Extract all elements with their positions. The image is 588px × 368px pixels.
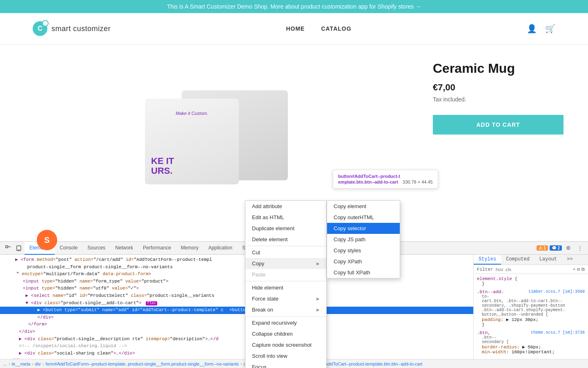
context-menu: Add attribute Edit as HTML Duplicate ele… — [245, 200, 327, 368]
html-line-selected: ▶ <button type="submit" name="add" id="A… — [0, 307, 473, 314]
ctx-capture-screenshot[interactable]: Capture node screenshot — [245, 339, 326, 350]
tab-network[interactable]: Network — [110, 242, 138, 255]
html-line: <input type="hidden" name="utf8" value="… — [0, 285, 473, 292]
ctx-delete-element[interactable]: Delete element — [245, 234, 326, 245]
add-to-cart-button[interactable]: ADD TO CART — [433, 115, 564, 135]
device-icon[interactable] — [14, 243, 24, 253]
ctx-copy-arrow: ▶ — [316, 261, 320, 266]
elements-panel: ▶ <form method="post" action="/cart/add"… — [0, 255, 474, 359]
tax-text: Tax included. — [433, 96, 564, 103]
copy-js-path[interactable]: Copy JS path — [327, 234, 400, 245]
ctx-edit-as-html[interactable]: Edit as HTML — [245, 212, 326, 223]
ctx-cut[interactable]: Cut — [245, 247, 326, 258]
copy-xpath[interactable]: Copy XPath — [327, 256, 400, 267]
styles-tabs: Styles Computed Layout >> — [474, 255, 588, 265]
html-line: ▶ <form method="post" action="/cart/add"… — [0, 256, 473, 264]
nav-icons: 👤 🛒 — [527, 24, 555, 34]
devtools-tab-right: ⚠ 1 💬 2 ⚙ ⋮ — [537, 243, 585, 253]
nav-links: HOME CATALOG — [286, 25, 351, 32]
ctx-force-state[interactable]: Force state ▶ — [245, 293, 326, 304]
product-title: Ceramic Mug — [433, 61, 564, 76]
html-line: </div> — [0, 328, 473, 336]
error-badge: 💬 2 — [550, 245, 562, 251]
logo[interactable]: C smart customizer — [33, 21, 111, 36]
copy-element[interactable]: Copy element — [327, 201, 400, 212]
css-rule-element: element.style { } — [474, 276, 588, 287]
tab-layout[interactable]: Layout — [535, 255, 562, 265]
html-line: </form> — [0, 321, 473, 328]
filter-input[interactable] — [495, 267, 571, 272]
ctx-focus[interactable]: Focus — [245, 361, 326, 368]
ctx-collapse-children[interactable]: Collapse children — [245, 328, 326, 339]
more-icon[interactable]: ⋮ — [575, 243, 585, 253]
tab-styles[interactable]: Styles — [474, 255, 501, 265]
tab-sources[interactable]: Sources — [82, 242, 110, 255]
copy-selector[interactable]: Copy selector — [327, 223, 400, 234]
navbar: C smart customizer HOME CATALOG 👤 🛒 — [0, 13, 588, 45]
tab-more-styles[interactable]: >> — [562, 255, 577, 265]
html-line: ▶ <div class="social-sharing clean">…</d… — [0, 350, 473, 357]
ctx-force-state-arrow: ▶ — [316, 296, 320, 301]
tooltip-size: 330.78 × 44.45 — [403, 180, 433, 184]
breadcrumb-div[interactable]: div — [35, 361, 41, 366]
html-line: " enctype="multipart/form-data" data-pro… — [0, 271, 473, 278]
add-style-icon[interactable]: + — [573, 267, 576, 272]
styles-content: element.style { } .btn--add- timber.scss… — [474, 274, 588, 359]
html-line: product-single__form product-single__for… — [0, 264, 473, 271]
toggle-icon[interactable]: ⊟ — [577, 267, 580, 272]
top-banner: This is A Smart Customizer Demo Shop. Mo… — [0, 0, 588, 13]
css-rule-btn-add: .btn--add- timber.scss…? [sm]:3500 to- c… — [474, 289, 588, 328]
ctx-expand-recursively[interactable]: Expand recursively — [245, 317, 326, 328]
ctx-scroll-into-view[interactable]: Scroll into view — [245, 350, 326, 361]
copy-submenu: Copy element Copy outerHTML Copy selecto… — [327, 200, 400, 278]
breadcrumb-le-meta[interactable]: le__meta — [12, 361, 30, 366]
tab-console[interactable]: Console — [55, 242, 82, 255]
styles-panel: Styles Computed Layout >> Filter + ⊟ ⧉ e… — [474, 255, 588, 359]
nav-home[interactable]: HOME — [286, 25, 305, 32]
copy-full-xpath[interactable]: Copy full XPath — [327, 267, 400, 278]
html-line: ▶ <select name="id" id="ProductSelect" c… — [0, 292, 473, 300]
tab-memory[interactable]: Memory — [176, 242, 203, 255]
cart-icon[interactable]: 🛒 — [545, 24, 555, 34]
html-line: </div> — [0, 314, 473, 321]
html-line: <!-- /snippets/social-sharing.liquid --> — [0, 343, 473, 350]
breadcrumb-button[interactable]: button#AddToCart--product-template.btn.b… — [310, 361, 423, 366]
logo-icon: C — [33, 21, 47, 36]
html-line: <input type="hidden" name="form_type" va… — [0, 278, 473, 285]
tooltip-selector: button#AddToCart--product-template.btn.b… — [338, 174, 400, 184]
shopify-badge: S — [37, 230, 57, 250]
product-info: Ceramic Mug €7,00 Tax included. ADD TO C… — [425, 45, 588, 230]
ctx-copy[interactable]: Copy ▶ — [245, 258, 326, 269]
logo-text: smart customizer — [51, 25, 111, 33]
css-rule-btn: .btn, theme.scss…? [sm]:3736 .btn-- seco… — [474, 330, 588, 355]
inspect-icon[interactable] — [3, 243, 13, 253]
mug-area: MAKE ITYOURS. Make it Custom. KE ITURS. — [120, 86, 304, 188]
copy-styles[interactable]: Copy styles — [327, 245, 400, 256]
ctx-duplicate-element[interactable]: Duplicate element — [245, 223, 326, 234]
banner-text: This is A Smart Customizer Demo Shop. Mo… — [167, 3, 421, 10]
tab-performance[interactable]: Performance — [138, 242, 176, 255]
account-icon[interactable]: 👤 — [527, 24, 537, 34]
ctx-break-on[interactable]: Break on ▶ — [245, 304, 326, 315]
element-tooltip: button#AddToCart--product-template.btn.b… — [333, 170, 438, 188]
ctx-hide-element[interactable]: Hide element — [245, 282, 326, 293]
ctx-break-on-arrow: ▶ — [316, 307, 320, 312]
copy-style-icon[interactable]: ⧉ — [581, 267, 585, 272]
nav-catalog[interactable]: CATALOG — [321, 25, 351, 32]
shopify-icon: S — [44, 236, 49, 245]
ctx-sep1 — [245, 246, 326, 246]
breadcrumb-form[interactable]: form#AddToCartForm--product-template..pr… — [46, 361, 239, 366]
tab-computed[interactable]: Computed — [501, 255, 535, 265]
ctx-sep2 — [245, 281, 326, 281]
copy-outerhtml[interactable]: Copy outerHTML — [327, 212, 400, 223]
filter-label: Filter — [477, 267, 493, 272]
ctx-sep3 — [245, 316, 326, 316]
warning-badge: ⚠ 1 — [537, 245, 548, 251]
tab-application[interactable]: Application — [203, 242, 237, 255]
breadcrumb-dots[interactable]: ... — [3, 361, 7, 366]
ctx-add-attribute[interactable]: Add attribute — [245, 201, 326, 212]
svg-rect-0 — [6, 246, 8, 248]
ctx-paste: Paste — [245, 269, 326, 280]
settings-icon[interactable]: ⚙ — [564, 243, 573, 253]
html-line: ▶ <div class="product-single__descriptio… — [0, 336, 473, 343]
